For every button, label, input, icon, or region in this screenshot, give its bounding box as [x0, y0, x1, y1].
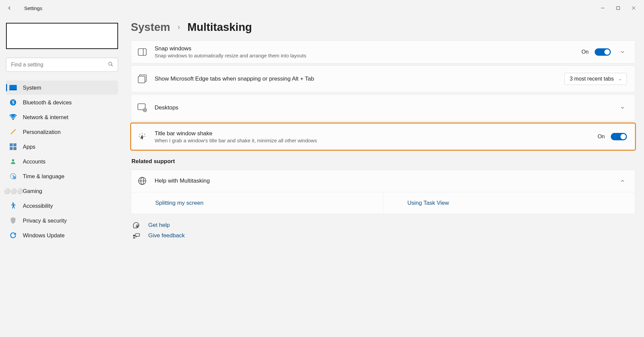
sidebar-item-gaming[interactable]: ⚪⚪⚪ Gaming: [6, 184, 118, 198]
card-subtitle: Snap windows to automatically resize and…: [155, 53, 574, 58]
clock-globe-icon: [9, 173, 17, 180]
sidebar-item-label: System: [23, 85, 41, 91]
search-input[interactable]: [6, 58, 118, 72]
edge-tabs-dropdown[interactable]: 3 most recent tabs ⌄: [565, 73, 627, 85]
svg-point-15: [13, 176, 16, 179]
svg-point-34: [133, 235, 135, 236]
update-icon: [9, 232, 17, 239]
svg-point-16: [12, 202, 14, 204]
sidebar-item-accessibility[interactable]: Accessibility: [6, 199, 118, 213]
sidebar-item-windows-update[interactable]: Windows Update: [6, 228, 118, 242]
chevron-right-icon: ›: [177, 23, 180, 32]
sidebar-nav: System Bluetooth & devices Network & int…: [6, 81, 118, 242]
help-card-header[interactable]: Help with Multitasking: [131, 170, 635, 192]
give-feedback-link[interactable]: Give feedback: [131, 232, 635, 239]
search-icon: [108, 61, 113, 68]
sidebar-item-label: Accessibility: [23, 203, 53, 209]
maximize-button[interactable]: [610, 3, 626, 13]
sidebar-item-apps[interactable]: Apps: [6, 140, 118, 154]
sidebar-item-label: Time & language: [23, 173, 64, 180]
sidebar-item-label: Windows Update: [23, 232, 65, 239]
snap-windows-toggle[interactable]: [595, 48, 611, 56]
sidebar-item-label: Privacy & security: [23, 218, 67, 224]
task-view-link[interactable]: Using Task View: [383, 192, 635, 214]
paintbrush-icon: [9, 128, 17, 136]
back-arrow-icon: [6, 5, 12, 11]
card-body: Show Microsoft Edge tabs when snapping o…: [155, 76, 557, 82]
svg-rect-1: [617, 7, 620, 10]
svg-point-13: [12, 159, 14, 161]
feedback-icon: [132, 232, 140, 239]
close-button[interactable]: [626, 3, 641, 13]
shake-icon: [137, 132, 147, 141]
footer-links: ? Get help Give feedback: [131, 222, 635, 239]
accessibility-icon: [9, 202, 17, 209]
svg-line-26: [144, 134, 145, 135]
svg-rect-12: [13, 147, 16, 150]
desktops-icon: [137, 103, 147, 112]
card-title: Title bar window shake: [155, 130, 590, 137]
breadcrumb-parent[interactable]: System: [131, 21, 170, 34]
title-bar-shake-toggle[interactable]: [611, 133, 627, 140]
snap-icon: [137, 48, 147, 56]
close-icon: [632, 6, 636, 10]
sidebar-item-personalization[interactable]: Personalization: [6, 125, 118, 139]
svg-rect-35: [136, 234, 140, 236]
svg-rect-9: [10, 143, 13, 146]
sidebar: System Bluetooth & devices Network & int…: [0, 16, 124, 337]
sidebar-item-system[interactable]: System: [6, 81, 118, 95]
minimize-button[interactable]: [595, 3, 610, 13]
collapse-chevron[interactable]: [618, 178, 627, 184]
snap-windows-card[interactable]: Snap windows Snap windows to automatical…: [131, 40, 635, 63]
breadcrumb: System › Multitasking: [131, 19, 635, 40]
sidebar-item-network[interactable]: Network & internet: [6, 110, 118, 124]
help-icon: ?: [132, 222, 140, 229]
splitting-screen-link[interactable]: Splitting my screen: [131, 192, 383, 214]
svg-rect-17: [138, 49, 146, 55]
related-support-heading: Related support: [131, 158, 635, 165]
toggle-group: On: [598, 133, 627, 140]
card-body: Help with Multitasking: [155, 178, 611, 184]
maximize-icon: [616, 6, 620, 10]
minimize-icon: [601, 6, 605, 10]
sidebar-item-accounts[interactable]: Accounts: [6, 154, 118, 168]
window-controls: [595, 3, 641, 13]
page-title: Multitasking: [187, 21, 252, 34]
help-card: Help with Multitasking Splitting my scre…: [131, 170, 635, 214]
link-label: Get help: [148, 222, 170, 229]
apps-icon: [9, 143, 17, 150]
expand-chevron[interactable]: [618, 49, 627, 55]
title-bar-left: Settings: [3, 1, 595, 15]
back-button[interactable]: [3, 1, 16, 15]
wifi-icon: [9, 113, 17, 121]
help-links-row: Splitting my screen Using Task View: [131, 192, 635, 214]
sidebar-item-label: Personalization: [23, 129, 61, 135]
expand-chevron[interactable]: [618, 105, 627, 110]
sidebar-item-label: Gaming: [23, 188, 42, 194]
user-account-box[interactable]: [6, 23, 118, 49]
desktops-card[interactable]: Desktops: [131, 94, 635, 121]
get-help-link[interactable]: ? Get help: [131, 222, 635, 229]
card-body: Desktops: [155, 104, 611, 111]
card-title: Show Microsoft Edge tabs when snapping o…: [155, 76, 557, 82]
chevron-down-icon: [620, 49, 625, 55]
svg-text:?: ?: [137, 226, 138, 228]
chevron-down-icon: [620, 105, 625, 110]
sidebar-item-privacy-security[interactable]: Privacy & security: [6, 213, 118, 228]
svg-point-4: [109, 62, 112, 65]
card-title: Desktops: [155, 104, 611, 111]
sidebar-item-bluetooth[interactable]: Bluetooth & devices: [6, 95, 118, 109]
bluetooth-icon: [9, 99, 17, 106]
svg-line-25: [140, 134, 140, 135]
sidebar-item-label: Network & internet: [23, 114, 68, 121]
app-title: Settings: [24, 5, 42, 11]
edge-tabs-card: Show Microsoft Edge tabs when snapping o…: [131, 65, 635, 92]
globe-help-icon: [137, 177, 147, 185]
link-label: Give feedback: [148, 232, 185, 239]
svg-rect-7: [9, 89, 17, 90]
toggle-group: On: [582, 48, 611, 56]
toggle-state-label: On: [582, 49, 589, 55]
toggle-state-label: On: [598, 134, 605, 140]
gaming-icon: ⚪⚪⚪: [9, 187, 17, 195]
sidebar-item-time-language[interactable]: Time & language: [6, 169, 118, 183]
